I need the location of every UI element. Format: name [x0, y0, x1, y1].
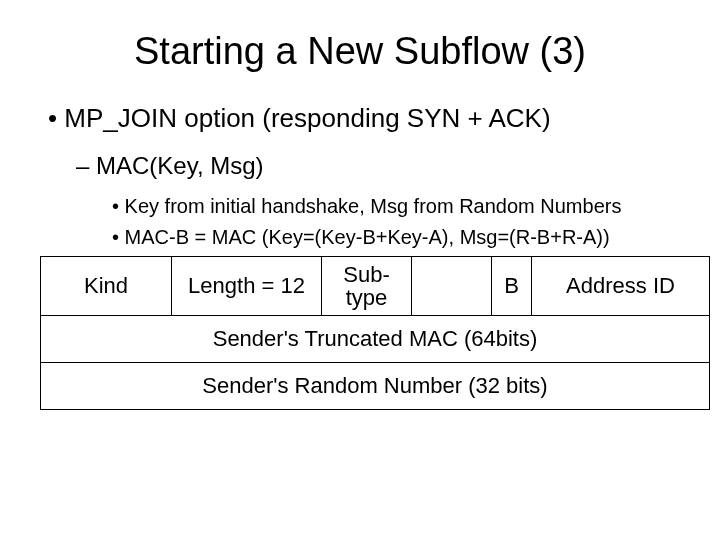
option-format-table: Kind Length = 12 Sub-type B Address ID S… [40, 256, 710, 410]
slide-title: Starting a New Subflow (3) [40, 30, 680, 73]
cell-truncated-mac: Sender's Truncated MAC (64bits) [41, 315, 709, 362]
bullet-level1: MP_JOIN option (responding SYN + ACK) [48, 103, 680, 134]
cell-reserved [411, 257, 491, 315]
cell-random-number: Sender's Random Number (32 bits) [41, 362, 709, 409]
cell-b-flag: B [491, 257, 531, 315]
table-row: Sender's Random Number (32 bits) [41, 362, 709, 409]
cell-kind: Kind [41, 257, 171, 315]
cell-subtype: Sub-type [321, 257, 411, 315]
bullet-level3-b: MAC-B = MAC (Key=(Key-B+Key-A), Msg=(R-B… [112, 225, 680, 250]
cell-address-id: Address ID [531, 257, 709, 315]
bullet-level3-a: Key from initial handshake, Msg from Ran… [112, 194, 680, 219]
cell-length: Length = 12 [171, 257, 321, 315]
slide: Starting a New Subflow (3) MP_JOIN optio… [0, 0, 720, 540]
bullet-level2: MAC(Key, Msg) [76, 152, 680, 180]
table-row: Kind Length = 12 Sub-type B Address ID [41, 257, 709, 315]
table-row: Sender's Truncated MAC (64bits) [41, 315, 709, 362]
